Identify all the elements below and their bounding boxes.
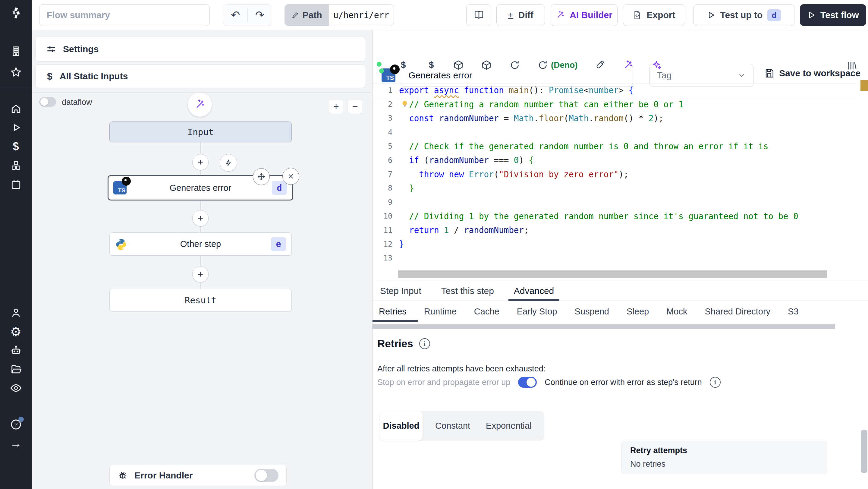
code-line-11[interactable]: 11 return 1 / randomNumber;	[373, 223, 857, 237]
ai-flow-wand-button[interactable]	[188, 93, 212, 117]
windmill-logo-icon[interactable]	[0, 6, 32, 21]
trigger-zap-button[interactable]	[220, 154, 237, 172]
wand-icon	[556, 10, 565, 20]
path-button[interactable]: Path	[285, 4, 329, 26]
collapse-sidebar-arrow-icon[interactable]: →	[0, 436, 32, 450]
zoom-out-button[interactable]: −	[348, 99, 362, 114]
code-line-6[interactable]: 6 if (randomNumber === 0) {	[373, 153, 857, 167]
retry-mode-constant[interactable]: Constant	[423, 421, 483, 431]
redo-button[interactable]: ↷	[248, 9, 272, 22]
code-line-10[interactable]: 10 // Dividing 1 by the generated random…	[373, 209, 857, 223]
test-flow-button[interactable]: Test flow	[800, 4, 866, 26]
subtab-runtime[interactable]: Runtime	[424, 307, 457, 316]
runs-icon[interactable]	[0, 120, 32, 135]
settings-gear-icon[interactable]: ⚙	[0, 325, 32, 339]
add-step-button-3[interactable]	[192, 266, 209, 282]
subtab-early-stop[interactable]: Early Stop	[517, 307, 557, 316]
flow-summary-input[interactable]	[39, 4, 210, 26]
tab-test-this-step[interactable]: Test this step	[440, 286, 495, 296]
format-brush-icon[interactable]	[594, 60, 605, 70]
subtab-retries[interactable]: Retries	[379, 307, 407, 316]
workers-robot-icon[interactable]	[0, 343, 32, 358]
undo-button[interactable]: ↶	[223, 9, 247, 22]
subtab-mock[interactable]: Mock	[666, 307, 687, 316]
deno-runtime-label[interactable]: (Deno)	[551, 60, 578, 70]
retry-mode-exponential[interactable]: Exponential	[483, 421, 544, 431]
subtabs-horizontal-scrollbar[interactable]	[373, 324, 835, 329]
add-step-button-1[interactable]	[192, 154, 209, 170]
tab-step-input[interactable]: Step Input	[379, 286, 423, 296]
error-handler-row[interactable]: Error Handler	[110, 465, 287, 486]
help-icon[interactable]: ?	[0, 417, 32, 432]
continue-on-error-toggle[interactable]	[518, 377, 537, 388]
subtab-shared-directory[interactable]: Shared Directory	[705, 307, 770, 316]
folders-icon[interactable]	[0, 362, 32, 376]
test-up-to-button[interactable]: Test up to d	[693, 4, 795, 26]
svg-text:?: ?	[14, 422, 18, 428]
audit-eye-icon[interactable]	[0, 381, 32, 395]
tab-advanced[interactable]: Advanced	[513, 286, 555, 296]
ai-builder-button[interactable]: AI Builder	[551, 4, 618, 26]
step-id-badge: d	[272, 181, 287, 195]
resources-icon[interactable]	[0, 158, 32, 173]
code-line-4[interactable]: 4	[373, 125, 857, 139]
package-icon[interactable]	[453, 60, 464, 70]
all-static-inputs-label: All Static Inputs	[60, 71, 128, 82]
workspace-icon[interactable]	[0, 44, 32, 59]
library-panel-icon[interactable]	[846, 60, 858, 72]
subtab-cache[interactable]: Cache	[474, 307, 499, 316]
dependencies-icon[interactable]	[481, 60, 492, 70]
dataflow-label: dataflow	[62, 98, 92, 107]
add-variable-icon[interactable]: $	[397, 59, 409, 71]
reload-icon[interactable]	[509, 60, 520, 70]
code-editor[interactable]: 1export async function main(): Promise<n…	[373, 83, 857, 270]
export-button[interactable]: Export	[623, 4, 685, 26]
retry-mode-disabled[interactable]: Disabled	[380, 411, 423, 441]
favorites-star-icon[interactable]	[0, 65, 32, 80]
code-line-9[interactable]: 9	[373, 195, 857, 209]
info-icon[interactable]: i	[710, 377, 721, 388]
topbar: ↶ ↷ Path u/henri/err ± Diff AI Builder	[32, 0, 868, 30]
code-line-13[interactable]: 13	[373, 251, 857, 265]
code-line-5[interactable]: 5 // Check if the generated random numbe…	[373, 139, 857, 153]
diff-button[interactable]: ± Diff	[496, 4, 545, 26]
dataflow-toggle[interactable]	[39, 97, 56, 107]
docs-book-button[interactable]	[466, 4, 491, 26]
code-line-7[interactable]: 7 throw new Error("Division by zero erro…	[373, 167, 857, 181]
subtab-sleep[interactable]: Sleep	[627, 307, 649, 316]
ai-sparkles-icon[interactable]	[651, 60, 662, 70]
code-line-8[interactable]: 8 }	[373, 181, 857, 195]
info-icon[interactable]: i	[419, 338, 430, 349]
add-resource-icon[interactable]: $	[425, 59, 437, 71]
code-line-3[interactable]: 3 const randomNumber = Math.floor(Math.r…	[373, 111, 857, 125]
editor-horizontal-scrollbar[interactable]	[398, 270, 827, 278]
code-line-1[interactable]: 1export async function main(): Promise<n…	[373, 83, 857, 97]
subtab-suspend[interactable]: Suspend	[575, 307, 609, 316]
ai-gen-wand-icon[interactable]	[623, 60, 633, 70]
reset-icon[interactable]	[537, 60, 548, 70]
flow-node-input[interactable]: Input	[110, 122, 292, 142]
all-static-inputs-button[interactable]: $ All Static Inputs	[35, 64, 365, 88]
flow-node-other-step[interactable]: Other step e	[110, 233, 292, 256]
subtab-active-underline	[373, 320, 418, 322]
move-step-button[interactable]	[253, 168, 270, 185]
panel-vertical-scrollbar[interactable]	[861, 430, 867, 473]
home-icon[interactable]	[0, 101, 32, 116]
path-value[interactable]: u/henri/err	[329, 10, 394, 20]
flow-settings-button[interactable]: Settings	[35, 37, 365, 61]
schedules-icon[interactable]	[0, 177, 32, 192]
delete-step-button[interactable]	[282, 168, 299, 185]
lang-ready-dot	[377, 62, 381, 67]
code-line-2[interactable]: 2 // Generating a random number that can…	[373, 97, 857, 111]
lightbulb-hint-icon[interactable]	[400, 99, 409, 109]
flow-node-result[interactable]: Result	[110, 289, 292, 311]
error-handler-label: Error Handler	[134, 470, 193, 481]
code-line-12[interactable]: 12}	[373, 237, 857, 251]
line-number: 2	[373, 100, 399, 109]
user-icon[interactable]	[0, 306, 32, 320]
error-handler-toggle[interactable]	[254, 469, 278, 482]
subtab-s3[interactable]: S3	[788, 307, 798, 316]
add-step-button-2[interactable]	[192, 210, 209, 226]
zoom-in-button[interactable]: +	[329, 99, 343, 114]
variables-icon[interactable]: $	[0, 139, 32, 154]
